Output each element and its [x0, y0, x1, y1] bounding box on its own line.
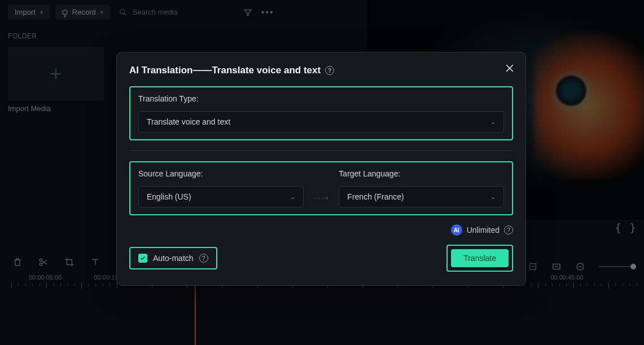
chevron-down-icon: ⌄ [290, 193, 295, 201]
source-language-label: Source Language: [138, 169, 304, 178]
auto-match-option[interactable]: Auto-match ? [129, 247, 217, 269]
arrow-right-icon: ·····› [314, 194, 329, 207]
auto-match-label: Auto-match [153, 254, 194, 263]
divider [129, 151, 513, 151]
target-language-value: French (France) [347, 192, 404, 201]
checkbox-checked-icon[interactable] [138, 254, 147, 263]
translation-type-label: Translation Type: [138, 94, 504, 103]
source-language-value: English (US) [147, 192, 191, 201]
dialog-title: AI Translation——Translate voice and text [129, 65, 321, 76]
help-icon[interactable]: ? [504, 225, 513, 235]
ai-translation-dialog: AI Translation——Translate voice and text… [116, 52, 526, 286]
translate-button-highlight: Translate [446, 245, 513, 272]
target-language-select[interactable]: French (France) ⌄ [339, 186, 504, 207]
language-section: Source Language: English (US) ⌄ ·····› T… [129, 161, 513, 215]
help-icon[interactable]: ? [199, 254, 208, 263]
close-icon[interactable] [504, 63, 515, 74]
credits-row: AI Unlimited ? [129, 224, 513, 236]
ai-badge-icon: AI [451, 224, 462, 236]
translation-type-value: Translate voice and text [147, 117, 230, 126]
target-language-label: Target Language: [339, 169, 504, 178]
source-language-select[interactable]: English (US) ⌄ [138, 186, 304, 207]
translate-button[interactable]: Translate [451, 249, 509, 267]
chevron-down-icon: ⌄ [490, 193, 496, 201]
help-icon[interactable]: ? [325, 66, 334, 75]
unlimited-label: Unlimited [467, 225, 500, 235]
chevron-down-icon: ⌄ [490, 118, 496, 126]
translation-type-select[interactable]: Translate voice and text ⌄ [138, 111, 504, 132]
translation-type-section: Translation Type: Translate voice and te… [129, 86, 513, 140]
